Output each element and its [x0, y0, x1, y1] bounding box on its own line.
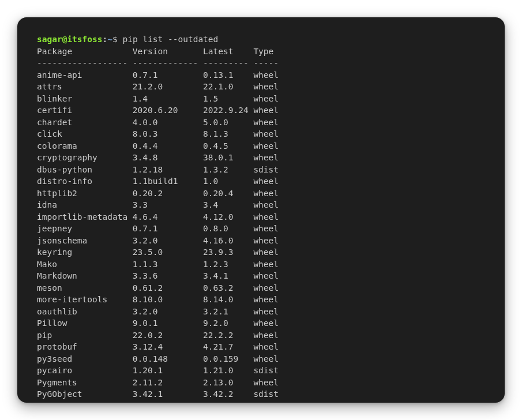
table-row: idna 3.3 3.4 wheel: [37, 199, 485, 211]
table-row: anime-api 0.7.1 0.13.1 wheel: [37, 69, 485, 81]
table-row: distro-info 1.1build1 1.0 wheel: [37, 175, 485, 187]
table-row: colorama 0.4.4 0.4.5 wheel: [37, 140, 485, 152]
table-header: Package Version Latest Type: [37, 46, 485, 58]
table-row: more-itertools 8.10.0 8.14.0 wheel: [37, 294, 485, 306]
command-text: pip list --outdated: [122, 35, 218, 44]
table-row: jeepney 0.7.1 0.8.0 wheel: [37, 223, 485, 235]
table-body: anime-api 0.7.1 0.13.1 wheelattrs 21.2.0…: [37, 69, 485, 403]
table-row: Mako 1.1.3 1.2.3 wheel: [37, 258, 485, 271]
table-row: chardet 4.0.0 5.0.0 wheel: [37, 117, 485, 129]
terminal-window[interactable]: sagar@itsfoss:~$ pip list --outdated Pac…: [17, 17, 505, 403]
table-row: httplib2 0.20.2 0.20.4 wheel: [37, 187, 485, 200]
table-row: oauthlib 3.2.0 3.2.1 wheel: [37, 306, 485, 318]
prompt-line: sagar@itsfoss:~$ pip list --outdated: [37, 33, 485, 46]
table-row: meson 0.61.2 0.63.2 wheel: [37, 282, 485, 294]
table-row: certifi 2020.6.20 2022.9.24 wheel: [37, 104, 485, 117]
prompt-user-host: sagar@itsfoss: [37, 35, 103, 44]
table-row: pip 22.0.2 22.2.2 wheel: [37, 329, 485, 342]
table-row: PyJWT 2.3.0 2.5.0 wheel: [37, 400, 485, 403]
table-row: jsonschema 3.2.0 4.16.0 wheel: [37, 235, 485, 247]
table-row: pycairo 1.20.1 1.21.0 sdist: [37, 365, 485, 377]
table-row: attrs 21.2.0 22.1.0 wheel: [37, 81, 485, 93]
table-row: Markdown 3.3.6 3.4.1 wheel: [37, 270, 485, 282]
table-row: keyring 23.5.0 23.9.3 wheel: [37, 246, 485, 258]
table-row: dbus-python 1.2.18 1.3.2 sdist: [37, 164, 485, 176]
table-row: importlib-metadata 4.6.4 4.12.0 wheel: [37, 211, 485, 223]
prompt-colon: :: [103, 35, 108, 44]
prompt-tilde: ~: [107, 35, 112, 44]
table-row: click 8.0.3 8.1.3 wheel: [37, 128, 485, 140]
table-divider: ------------------ ------------- -------…: [37, 57, 485, 69]
prompt-dollar: $: [112, 35, 122, 44]
table-row: blinker 1.4 1.5 wheel: [37, 93, 485, 105]
table-row: Pygments 2.11.2 2.13.0 wheel: [37, 377, 485, 389]
table-row: Pillow 9.0.1 9.2.0 wheel: [37, 317, 485, 329]
table-row: py3seed 0.0.148 0.0.159 wheel: [37, 353, 485, 365]
table-row: cryptography 3.4.8 38.0.1 wheel: [37, 152, 485, 164]
table-row: PyGObject 3.42.1 3.42.2 sdist: [37, 388, 485, 400]
table-row: protobuf 3.12.4 4.21.7 wheel: [37, 341, 485, 353]
